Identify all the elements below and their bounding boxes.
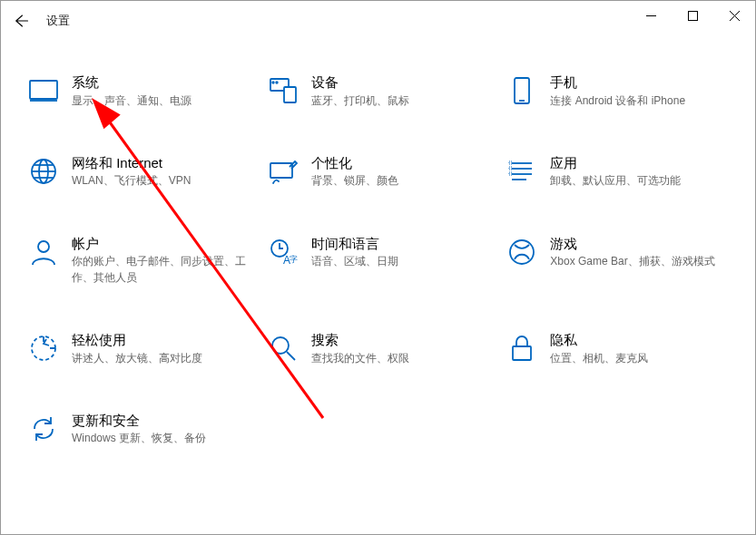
maximize-button[interactable] bbox=[672, 1, 713, 30]
category-personalization[interactable]: 个性化 背景、锁屏、颜色 bbox=[268, 154, 489, 190]
titlebar: 设置 bbox=[1, 1, 755, 41]
category-system[interactable]: 系统 显示、声音、通知、电源 bbox=[28, 73, 250, 109]
category-accounts[interactable]: 帐户 你的账户、电子邮件、同步设置、工作、其他人员 bbox=[28, 235, 250, 286]
category-apps[interactable]: 应用 卸载、默认应用、可选功能 bbox=[506, 154, 728, 190]
category-desc: Xbox Game Bar、捕获、游戏模式 bbox=[550, 254, 714, 269]
category-desc: 连接 Android 设备和 iPhone bbox=[550, 93, 685, 109]
category-label: 时间和语言 bbox=[311, 235, 398, 253]
lock-icon bbox=[506, 333, 537, 364]
category-search[interactable]: 搜索 查找我的文件、权限 bbox=[268, 331, 489, 366]
xbox-icon bbox=[506, 237, 537, 268]
window-controls bbox=[630, 1, 755, 30]
svg-rect-22 bbox=[509, 161, 512, 164]
category-label: 网络和 Internet bbox=[72, 154, 191, 172]
svg-rect-1 bbox=[688, 11, 697, 20]
category-update-security[interactable]: 更新和安全 Windows 更新、恢复、备份 bbox=[28, 412, 250, 447]
category-label: 轻松使用 bbox=[72, 331, 202, 349]
svg-text:字: 字 bbox=[290, 255, 298, 264]
category-desc: 讲述人、放大镜、高对比度 bbox=[72, 351, 202, 366]
category-label: 系统 bbox=[72, 73, 191, 92]
apps-icon bbox=[506, 156, 537, 187]
close-button[interactable] bbox=[713, 1, 755, 30]
category-label: 设备 bbox=[311, 73, 409, 92]
category-gaming[interactable]: 游戏 Xbox Game Bar、捕获、游戏模式 bbox=[506, 235, 728, 286]
ease-of-access-icon bbox=[28, 333, 59, 364]
svg-rect-4 bbox=[30, 81, 57, 99]
category-desc: Windows 更新、恢复、备份 bbox=[72, 431, 206, 446]
category-ease-of-access[interactable]: 轻松使用 讲述人、放大镜、高对比度 bbox=[28, 331, 250, 366]
close-icon bbox=[730, 11, 740, 21]
category-desc: 查找我的文件、权限 bbox=[311, 351, 409, 366]
back-arrow-icon bbox=[13, 13, 29, 29]
categories-grid: 系统 显示、声音、通知、电源 设备 蓝牙、打印机、鼠标 手机 连接 Androi… bbox=[1, 55, 755, 534]
minimize-icon bbox=[646, 11, 656, 21]
system-icon bbox=[28, 75, 59, 106]
category-desc: 蓝牙、打印机、鼠标 bbox=[311, 93, 409, 109]
category-label: 搜索 bbox=[311, 331, 409, 349]
category-desc: WLAN、飞行模式、VPN bbox=[72, 173, 191, 189]
category-label: 帐户 bbox=[72, 235, 250, 253]
globe-icon bbox=[28, 156, 59, 187]
minimize-button[interactable] bbox=[630, 1, 672, 30]
category-desc: 位置、相机、麦克风 bbox=[550, 351, 648, 366]
category-privacy[interactable]: 隐私 位置、相机、麦克风 bbox=[506, 331, 728, 366]
category-desc: 卸载、默认应用、可选功能 bbox=[550, 173, 681, 189]
paintbrush-icon bbox=[268, 156, 299, 187]
category-desc: 你的账户、电子邮件、同步设置、工作、其他人员 bbox=[72, 254, 250, 286]
category-time-language[interactable]: A字 时间和语言 语音、区域、日期 bbox=[268, 235, 489, 286]
category-label: 个性化 bbox=[311, 154, 398, 172]
settings-window: 设置 系统 显示、声音、通知、电源 bbox=[0, 0, 756, 535]
svg-point-25 bbox=[38, 241, 49, 252]
back-button[interactable] bbox=[1, 1, 41, 41]
category-label: 手机 bbox=[550, 73, 685, 92]
category-label: 应用 bbox=[550, 154, 681, 172]
category-desc: 语音、区域、日期 bbox=[311, 254, 398, 269]
svg-rect-17 bbox=[270, 163, 292, 178]
svg-rect-10 bbox=[515, 78, 529, 103]
update-icon bbox=[28, 413, 59, 444]
svg-point-31 bbox=[272, 337, 289, 354]
svg-rect-23 bbox=[509, 167, 512, 170]
category-desc: 背景、锁屏、颜色 bbox=[311, 173, 398, 189]
search-icon bbox=[268, 333, 299, 364]
category-label: 隐私 bbox=[550, 331, 648, 349]
time-language-icon: A字 bbox=[268, 237, 299, 268]
svg-rect-7 bbox=[284, 87, 296, 102]
svg-point-29 bbox=[510, 240, 534, 264]
category-label: 游戏 bbox=[550, 235, 714, 253]
category-devices[interactable]: 设备 蓝牙、打印机、鼠标 bbox=[268, 73, 489, 109]
category-label: 更新和安全 bbox=[72, 412, 206, 430]
svg-rect-24 bbox=[509, 172, 512, 175]
window-title: 设置 bbox=[41, 13, 70, 29]
category-phone[interactable]: 手机 连接 Android 设备和 iPhone bbox=[506, 73, 728, 109]
devices-icon bbox=[268, 75, 299, 106]
category-desc: 显示、声音、通知、电源 bbox=[72, 93, 191, 109]
svg-point-9 bbox=[276, 82, 278, 83]
phone-icon bbox=[506, 75, 537, 106]
svg-line-32 bbox=[287, 352, 295, 360]
svg-point-8 bbox=[272, 82, 274, 83]
person-icon bbox=[28, 237, 59, 268]
category-network[interactable]: 网络和 Internet WLAN、飞行模式、VPN bbox=[28, 154, 250, 190]
maximize-icon bbox=[688, 11, 698, 21]
svg-rect-33 bbox=[513, 346, 531, 360]
